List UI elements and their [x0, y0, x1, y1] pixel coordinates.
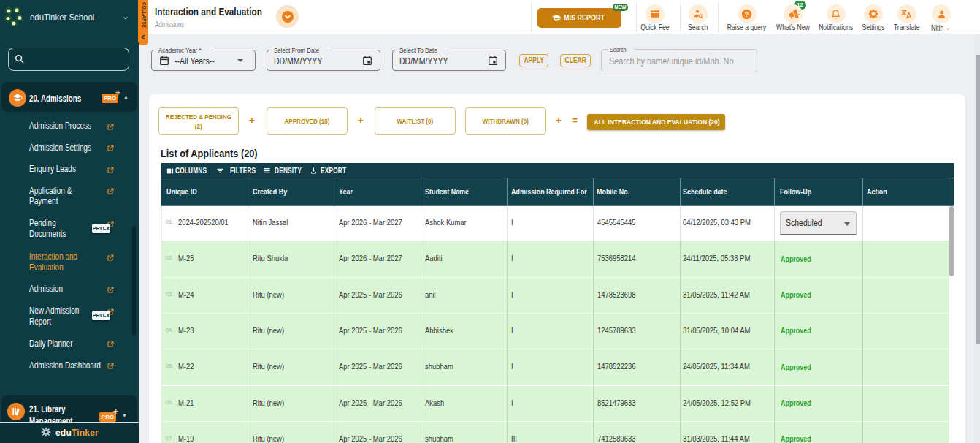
svg-text:?: ? — [745, 10, 749, 18]
